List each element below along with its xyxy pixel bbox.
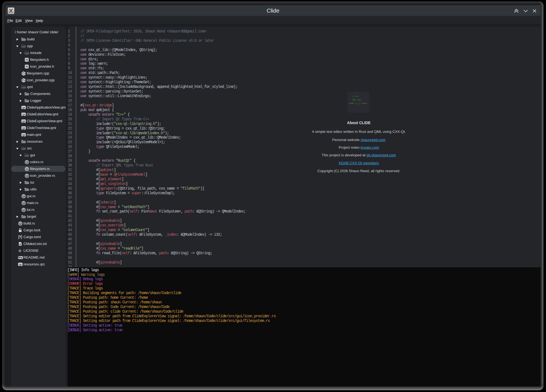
svg-text:Qt: Qt	[22, 113, 25, 116]
svg-text:C: C	[22, 72, 24, 75]
svg-text:R: R	[23, 194, 25, 198]
svg-text:R: R	[26, 160, 28, 164]
svg-text:Qt: Qt	[22, 126, 25, 129]
svg-text:H: H	[26, 58, 28, 61]
svg-text:Qt: Qt	[19, 263, 22, 266]
svg-text:R: R	[19, 222, 22, 225]
svg-text:H: H	[26, 65, 28, 68]
svg-text:Qt: Qt	[22, 106, 25, 109]
svg-text:R: R	[26, 174, 28, 177]
svg-text:R: R	[23, 201, 25, 205]
svg-text:Qt: Qt	[22, 133, 25, 136]
svg-text:Qt: Qt	[22, 119, 25, 122]
svg-text:C: C	[22, 79, 24, 82]
svg-text:R: R	[26, 167, 28, 170]
svg-text:R: R	[23, 208, 25, 211]
